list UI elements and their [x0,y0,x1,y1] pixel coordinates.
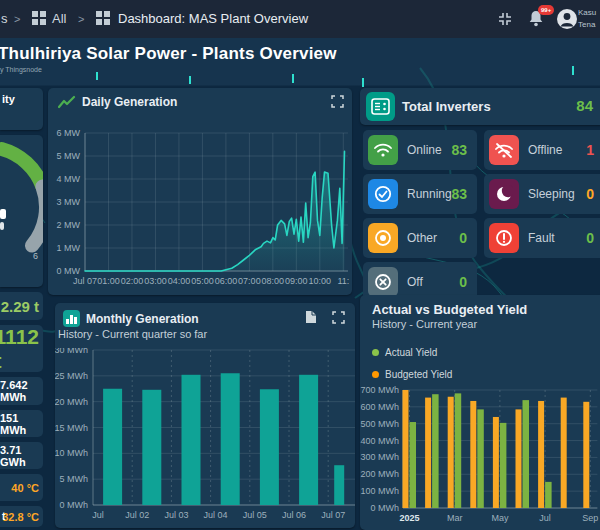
inverter-icon [366,92,395,121]
inverter-tile-offline[interactable]: Offline 1 [484,130,600,170]
tick-label: 07:00 [238,276,261,286]
inverter-tile-sleeping[interactable]: Sleeping 0 [484,174,600,214]
tick-label: May [491,513,509,523]
check-circle-icon [368,179,398,209]
tick-label: 600 MWh [360,402,399,412]
expand-fullscreen-icon[interactable] [332,311,345,324]
monthly-generation-subtitle: History - Current quarter so far [58,328,207,340]
monthly-generation-card: Monthly Generation History - Current qua… [55,303,355,528]
tick-label: 300 MWh [360,452,399,462]
tick-label: Jul 07 [321,510,345,520]
capacity-card-clipped: ity [0,88,43,130]
metric-value: 2.29 t [1,298,39,315]
dashboard-grid-icon [96,11,111,26]
tick-label: 15 MWh [55,423,88,433]
inverter-tile-running[interactable]: Running 83 [363,174,477,214]
yield-card: Actual vs Budgeted Yield History - Curre… [360,295,600,530]
tick-label: Jul 02 [125,510,149,520]
metric-value: 1112 t [0,325,39,373]
total-inverters-card: Total Inverters 84 [360,88,600,125]
alert-circle-icon [489,223,519,253]
breadcrumb-separator: > [14,0,20,38]
tick-label: 4 MW [57,174,81,184]
tick-label: 700 MWh [360,385,399,395]
yield-subtitle: History - Current year [372,318,477,330]
metric-value: 40 °C [11,482,39,494]
tile-label: Fault [528,231,555,245]
tile-label: Other [407,231,437,245]
legend-actual-yield[interactable]: Actual Yield [372,347,437,358]
gauge-arc [0,135,43,287]
page-subtitle: y Thingsnode [0,66,42,73]
total-inverters-title: Total Inverters [402,99,491,114]
yield-title: Actual vs Budgeted Yield [372,302,527,317]
metric-temperature-1: 40 °C [0,474,43,501]
breadcrumb-current-dashboard[interactable]: Dashboard: MAS Plant Overview [118,0,308,38]
inverter-tile-fault[interactable]: Fault 0 [484,218,600,258]
tick-label: Jul 06 [282,510,306,520]
capacity-card-label: ity [2,93,15,105]
tick-label: Jul 03 [164,510,188,520]
tile-value: 83 [451,186,467,202]
moon-icon [489,179,519,209]
tick-label: 20 MWh [55,397,88,407]
tick-label: 08:00 [262,276,285,286]
monthly-generation-chart: 0 MWh5 MWh10 MWh15 MWh20 MWh25 MWh30 MWh… [55,348,355,526]
top-bar: s > All > Dashboard: MAS Plant Overview … [0,0,600,38]
tick-label: Jul 07 [73,276,97,286]
tile-label: Online [407,143,442,157]
legend-budgeted-yield[interactable]: Budgeted Yield [372,369,452,380]
metric-temperature-2: t 32.8 °C [0,506,43,527]
export-file-icon[interactable] [305,310,317,324]
line-chart-icon [58,95,76,111]
tile-label: Off [407,275,423,289]
tile-label: Sleeping [528,187,575,201]
tick-label: 0 MW [57,266,81,276]
tick-label: 25 MWh [55,371,88,381]
breadcrumb-all[interactable]: All [52,0,66,38]
metric-value: 3.71 GWh [0,444,39,468]
inverter-tile-other[interactable]: Other 0 [363,218,477,258]
tick-label: 2025 [399,513,419,523]
fullscreen-toggle-icon[interactable] [497,11,513,27]
metric-co2-total: 1112 t [0,325,43,372]
expand-fullscreen-icon[interactable] [331,95,344,108]
metric-value: 151 MWh [0,412,39,436]
legend-label: Budgeted Yield [385,369,452,380]
user-avatar[interactable] [556,8,578,30]
dashboards-grid-icon [32,11,47,26]
metric-value: 7.642 MWh [0,379,39,403]
user-name: Kasu [578,7,600,19]
tick-label: 500 MWh [360,419,399,429]
tick-label: Sep [582,513,598,523]
metric-co2-today: 2.29 t [0,292,43,320]
wifi-off-icon [489,135,519,165]
tile-value: 0 [459,230,467,246]
user-name-tenant[interactable]: Kasu Tena [578,7,600,31]
tile-value: 0 [459,274,467,290]
tile-label: Running [407,187,452,201]
metric-yield-total: 3.71 GWh [0,442,43,469]
tile-value: 0 [586,186,594,202]
page-title: Thulhiriya Solar Power - Plants Overview [0,44,337,64]
tick-label: 11: [337,276,349,286]
tick-label: Jul 04 [204,510,228,520]
breadcrumb-fragment[interactable]: s [1,0,8,38]
tick-label: 04:00 [168,276,191,286]
tick-label: 0 MWh [59,500,88,510]
tick-label: 3 MW [57,197,81,207]
tick-label: 03:00 [144,276,167,286]
tick-label: Mar [447,513,463,523]
legend-label: Actual Yield [385,347,437,358]
wifi-icon [368,135,398,165]
circle-dot-icon [368,223,398,253]
metric-yield-month: 151 MWh [0,410,43,437]
tick-label: 06:00 [215,276,238,286]
daily-generation-card: Daily Generation 0 MW1 MW2 MW3 MW4 MW5 M… [48,88,352,295]
tick-label: 5 MW [57,151,81,161]
metric-yield-today: 7.642 MWh [0,377,43,405]
inverter-tile-online[interactable]: Online 83 [363,130,477,170]
total-inverters-value: 84 [576,97,593,114]
tick-label: Jul [92,510,104,520]
yield-chart: 0 MWh100 MWh200 MWh300 MWh400 MWh500 MWh… [360,385,600,530]
